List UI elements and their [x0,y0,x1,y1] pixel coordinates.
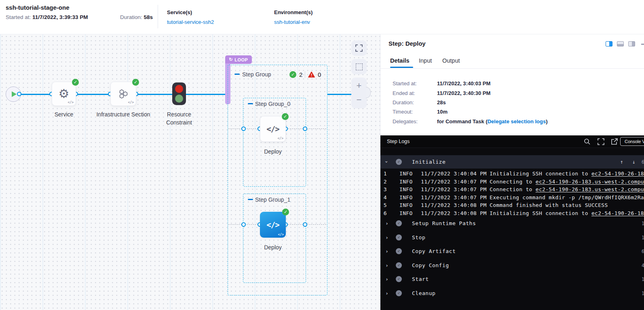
log-line: 4 INFO 11/7/2022 3:40:07 PM Executing co… [380,194,644,202]
step-group-0-collapse-icon[interactable] [248,103,253,104]
play-icon [12,91,17,97]
log-line: 5 INFO 11/7/2022 3:40:08 PM Command fini… [380,202,644,210]
edge-service-infra [76,94,110,95]
chevron-down-icon: › [384,160,390,164]
chevron-right-icon: › [385,262,389,268]
host-link[interactable]: ec2-54-190-26-183.us-west-2.compute.a [536,179,644,185]
execution-header: ssh-tutorial-stage-one Started at: 11/7/… [0,0,644,34]
scroll-down-icon[interactable]: ↓ [632,159,636,165]
chevron-right-icon: › [385,220,389,226]
stage-title: ssh-tutorial-stage-one [6,4,70,11]
node-deploy-0-label: Deploy [257,148,289,156]
node-service[interactable]: ⚙ ✓ </> [52,82,76,106]
marquee-select-button[interactable] [351,59,367,74]
layout-split-view-icon[interactable] [606,41,612,46]
loop-icon: ↻ [229,57,233,62]
expand-icon[interactable] [598,138,604,145]
node-resource-constraint[interactable] [172,82,186,105]
host-link[interactable]: ec2-54-190-26-183.us [591,171,644,177]
log-section-cleanup[interactable]: › ✓ Cleanup 1 [380,287,644,300]
step-logs-header: Step Logs Console View [380,135,644,148]
step-group-1-container[interactable] [243,194,306,283]
started-at: Started at: 11/7/2022, 3:39:33 PM [6,14,88,20]
step-group-1-label[interactable]: Step Group_1 [255,196,290,203]
host-link[interactable]: ec2-54-190-26-183.us-west-2.compute.a [536,186,644,192]
section-check-icon: ✓ [396,262,402,268]
fullscreen-button[interactable] [351,40,367,56]
chevron-right-icon: › [385,248,389,254]
log-section-stop[interactable]: › ✓ Stop 1 [380,231,644,244]
pipeline-graph-canvas[interactable]: ⚙ ✓ </> Service ✓ </> Infrastructure Sec… [0,34,380,310]
log-line: 1 INFO 11/7/2022 3:40:04 PM Initializing… [380,171,644,179]
node-deploy-1-selected[interactable]: </> ✓ </> [260,212,286,238]
code-corner-icon: </> [278,233,284,236]
edge-start-service [19,94,52,95]
tab-output[interactable]: Output [442,57,460,64]
step-group-label[interactable]: Step Group [242,71,271,78]
node-resource-label: Resource Constraint [157,110,201,127]
log-section-copy-artifact[interactable]: › ✓ Copy Artifact 6 [380,245,644,258]
log-section-copy-config[interactable]: › ✓ Copy Config 4 [380,259,644,272]
success-check-icon: ✓ [282,209,289,215]
environment-link[interactable]: ssh-tutorial-env [274,19,310,25]
services-label: Service(s) [167,9,214,15]
detail-value: 10m [437,109,448,115]
search-icon[interactable] [584,138,590,145]
loop-badge: ↻ LOOP [225,55,252,64]
minimize-panel-icon[interactable] [641,44,644,45]
host-link[interactable]: ec2-54-190-26-183.us [591,210,644,216]
log-section-initialize[interactable]: › ✓ Initialize ↑ ↓ 6 [380,155,644,169]
console-view-toggle[interactable]: Console View [620,137,644,146]
section-check-icon: ✓ [396,234,402,240]
node-deploy-0[interactable]: </> ✓ </> [260,116,286,142]
failed-count: 0 [318,71,321,78]
step-details-panel: Step: Deploy Details Input Output Starte… [380,34,644,310]
log-section-setup-runtime-paths[interactable]: › ✓ Setup Runtime Paths 1 [380,217,644,230]
step-group-0-label[interactable]: Step Group_0 [255,101,290,107]
stage-duration: Duration: 58s [120,14,153,20]
zoom-out-icon[interactable]: − [351,95,367,105]
detail-label: Duration: [393,99,414,105]
section-check-icon: ✓ [396,220,402,226]
log-section-name: Initialize [412,159,446,165]
layout-right-view-icon[interactable] [628,41,635,46]
detail-value: 11/7/2022, 3:40:03 PM [437,80,490,86]
code-icon: </> [266,220,279,229]
red-light-icon [175,85,183,93]
success-count: 2 [299,71,302,78]
zoom-in-icon[interactable]: + [351,80,367,91]
open-in-new-icon[interactable] [611,138,618,145]
section-check-icon: ✓ [396,276,402,282]
port [303,222,307,227]
step-group-collapse-icon[interactable] [234,74,240,75]
scroll-up-icon[interactable]: ↑ [620,159,623,165]
header-divider [158,5,158,28]
detail-label: Timeout: [393,109,413,115]
node-infrastructure[interactable]: ✓ </> [110,82,136,106]
delegate-selection-logs-link[interactable]: Delegate selection logs [488,118,546,124]
detail-label: Delegates: [393,118,418,124]
log-section-start[interactable]: › ✓ Start 1 [380,272,644,286]
tab-details[interactable]: Details [390,57,410,64]
services-block: Service(s) tutorial-service-ssh2 [167,9,214,25]
node-service-label: Service [46,110,82,118]
tab-input[interactable]: Input [419,57,432,64]
section-check-icon: ✓ [396,248,402,254]
delegates-value: for Command Task (Delegate selection log… [437,118,548,124]
layout-bottom-view-icon[interactable] [617,41,624,46]
active-tab-underline [390,67,413,68]
detail-value: 11/7/2022, 3:40:30 PM [437,90,490,96]
marquee-icon [356,63,363,70]
panel-resize-handle[interactable] [366,87,371,98]
port [303,127,307,131]
chevron-right-icon: › [385,234,389,240]
step-group-1-collapse-icon[interactable] [248,199,253,200]
service-link[interactable]: tutorial-service-ssh2 [167,19,214,25]
zoom-controls[interactable]: + − [351,78,367,108]
step-panel-title: Step: Deploy [389,40,426,47]
log-line: 2 INFO 11/7/2022 3:40:07 PM Connecting t… [380,179,644,187]
detail-label: Ended at: [393,90,415,96]
hexagons-icon [118,88,129,99]
log-line: 3 INFO 11/7/2022 3:40:07 PM Connection t… [380,186,644,194]
step-group-0-container[interactable] [243,98,306,187]
